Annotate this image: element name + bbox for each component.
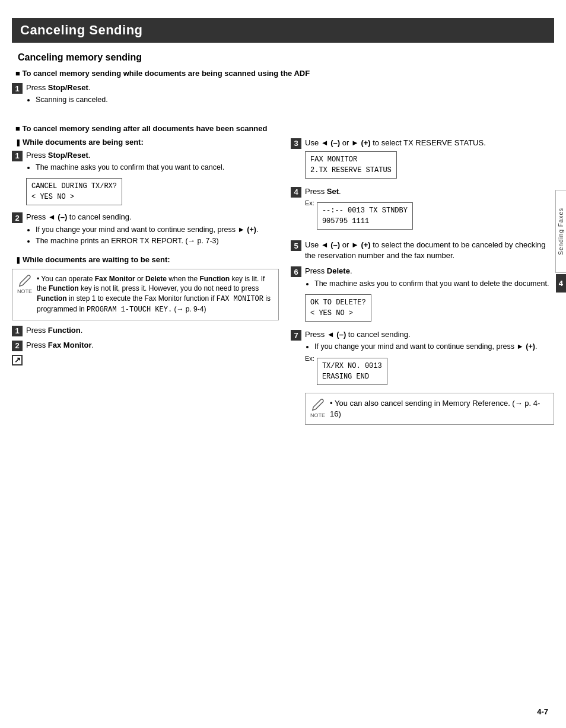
ex4-row: Ex: --:-- 0013 TX STNDBY 905795 1111 [305,199,554,233]
step-arrow-box: ↗ [12,355,23,365]
step-a1: 1 Press Function. [12,325,279,336]
step-2-left: 2 Press ◄ (–) to cancel sending. If you … [12,212,279,249]
sub2-heading: To cancel memory sending after all docum… [15,124,554,133]
step2-bullet1-after: . [256,225,258,234]
step7-bullet1-after: . [535,342,537,351]
step1-left-bullet: The machine asks you to confirm that you… [36,163,279,173]
step1-left-after: . [88,151,91,160]
step3-text: Use [305,138,321,147]
note-b1-bold1: Fax Monitor [95,275,135,283]
step6-bold: Delete [327,266,350,275]
step6-after: . [350,266,352,275]
step-num-1-left: 1 [12,151,23,161]
pencil-icon-7 [311,398,325,411]
step3-after: to select TX RESERVE STATUS. [371,138,486,147]
note-b3-bold: Function [37,294,67,303]
step7-after: to cancel sending. [346,330,410,339]
note-icon-container: NOTE [17,274,32,295]
note-b1-bold3: Function [199,275,230,283]
step1-left-bold: Stop/Reset [48,151,88,160]
while-waiting-heading: While documents are waiting to be sent: [15,255,279,264]
step-3-content: Use ◄ (–) or ► (+) to select TX RESERVE … [305,138,554,182]
step-num-3: 3 [291,138,301,149]
note-box-7: NOTE • You can also cancel sending in Me… [305,393,554,425]
note-text: • You can operate Fax Monitor or Delete … [37,274,274,315]
step4-bold: Set [327,187,339,196]
note-ref: (→ p. 9-4) [174,305,206,313]
step7-bullet1-bold: ► (+) [517,342,535,351]
display-box-6: OK TO DELETE? < YES NO > [305,294,371,322]
note-b1-mid: or [135,275,145,283]
step-a1-content: Press Function. [26,325,279,336]
ex4-label: Ex: [305,199,314,206]
page-container: Canceling Sending Canceling memory sendi… [0,0,566,728]
step-a2-after: . [92,341,94,349]
step-num-6: 6 [291,266,301,277]
note-icon-7-container: NOTE [310,398,325,419]
display-box-1: CANCEL DURING TX/RX? < YES NO > [26,178,122,205]
step4-after: . [339,187,341,196]
note-b2-after: key is not lit, press it. However, you d… [79,284,259,293]
step3-symbol2: ► (+) [351,138,371,147]
display3-line1: FAX MONITOR [310,155,357,164]
step-num-a2: 2 [12,341,23,351]
step-a2-content: Press Fax Monitor. [26,340,279,351]
note-b1-before: You can operate [41,275,94,283]
step-4-content: Press Set. Ex: --:-- 0013 TX STNDBY 9057… [305,186,554,235]
step3-symbol: ◄ (–) [321,138,340,147]
section-heading: Canceling memory sending [18,52,554,63]
step2-left-text: Press [26,212,48,221]
step2-left-bullets: If you change your mind and want to cont… [36,225,279,247]
step2-bullet1-text: If you change your mind and want to cont… [36,225,238,234]
step1-left-text: Press [26,151,48,160]
pencil-icon [18,274,31,287]
display7-line2: ERASING END [322,373,369,381]
display4-line1: --:-- 0013 TX STNDBY [322,206,408,215]
step7-bullets: If you change your mind and want to cont… [314,342,554,352]
step1-after: . [88,83,91,92]
step4-text: Press [305,187,327,196]
note-text-7: • You can also cancel sending in Memory … [330,398,549,419]
display6-line2: < YES NO > [310,309,353,317]
while-sent-heading: While documents are being sent: [15,138,279,147]
display3-line2: 2.TX RESERVE STATUS [310,166,392,174]
note-b1-bold2: Delete [145,275,167,283]
step7-symbol: ◄ (–) [327,330,346,339]
step-7-right: 7 Press ◄ (–) to cancel sending. If you … [291,329,554,430]
step-num-2-left: 2 [12,212,23,223]
step5-symbol: ◄ (–) [321,240,340,249]
step-num-7: 7 [291,330,301,341]
note-label: NOTE [17,288,32,295]
step-7-content: Press ◄ (–) to cancel sending. If you ch… [305,329,554,430]
step-num-1-top: 1 [12,83,23,94]
step-6-content: Press Delete. The machine asks you to co… [305,266,554,325]
step-a2-bold: Fax Monitor [48,341,92,349]
step2-symbol: ◄ (–) [48,212,67,221]
step6-bullet: The machine asks you to confirm that you… [314,279,554,290]
ex7-label: Ex: [305,355,314,362]
step2-after: to cancel sending. [67,212,131,221]
step6-bullets: The machine asks you to confirm that you… [314,279,554,290]
step7-bullet1: If you change your mind and want to cont… [314,342,517,351]
display-box-3: FAX MONITOR 2.TX RESERVE STATUS [305,151,397,179]
step1-left-bullets: The machine asks you to confirm that you… [36,163,279,173]
step1-top-bullet1: Scanning is canceled. [36,95,554,106]
step-1-top: 1 Press Stop/Reset. Scanning is canceled… [12,82,554,108]
step-4-right: 4 Press Set. Ex: --:-- 0013 TX STNDBY 90… [291,186,554,235]
page-title: Canceling Sending [12,18,554,43]
step7-text: Press [305,330,327,339]
display-box-7: TX/RX NO. 0013 ERASING END [317,358,387,385]
two-col-layout: While documents are being sent: 1 Press … [12,138,554,434]
step-1-left: 1 Press Stop/Reset. The machine asks you… [12,150,279,209]
step-5-content: Use ◄ (–) or ► (+) to select the documen… [305,240,554,261]
step-a2: 2 Press Fax Monitor. [12,340,279,351]
ex7-row: Ex: TX/RX NO. 0013 ERASING END [305,355,554,388]
step-num-a1: 1 [12,326,23,336]
left-column: While documents are being sent: 1 Press … [12,138,285,434]
note-b3-after: in step 1 to execute the Fax Monitor fun… [67,294,217,303]
step-1-top-content: Press Stop/Reset. Scanning is canceled. [26,82,554,108]
sending-faxes-tab: Sending Faxes [555,190,566,273]
step2-bullet2-ref: (→ p. 7-3) [185,237,218,245]
note-mono2: PROGRAM 1-TOUCH KEY. [87,306,172,314]
step5-mid: or [340,240,351,249]
